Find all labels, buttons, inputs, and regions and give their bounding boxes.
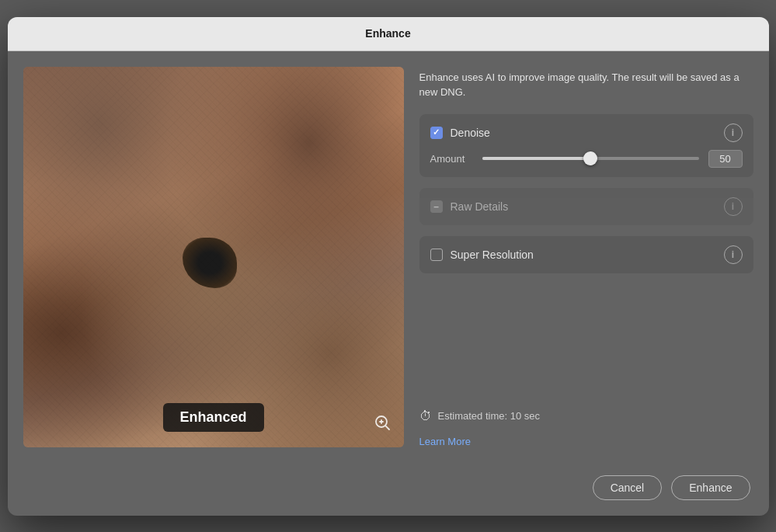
dialog-body: Enhanced Enhance uses AI to improve imag… [8,51,769,463]
preview-container: Enhanced [23,67,404,447]
raw-details-option-header: Raw Details i [430,197,743,216]
dialog-titlebar: Enhance [8,17,769,51]
denoise-option-left: Denoise [430,127,490,139]
raw-details-checkbox[interactable] [430,200,443,213]
super-resolution-option-header: Super Resolution i [430,245,743,264]
super-resolution-option-row: Super Resolution i [419,236,753,273]
super-resolution-label: Super Resolution [451,249,534,261]
raw-details-option-left: Raw Details [430,200,509,213]
denoise-option-row: Denoise i Amount 50 [419,114,753,177]
denoise-option-header: Denoise i [430,123,743,142]
super-resolution-checkbox[interactable] [430,249,443,261]
cancel-button[interactable]: Cancel [593,475,663,500]
denoise-info-button[interactable]: i [724,123,743,142]
enhanced-label: Enhanced [162,403,263,432]
estimated-time: ⏱ Estimated time: 10 sec [419,409,753,423]
spacer [419,284,753,395]
enhance-dialog: Enhance Enhanced Enhance uses AI to impr… [8,17,769,516]
estimated-time-label: Estimated time: 10 sec [438,410,541,422]
zoom-icon[interactable] [373,413,391,435]
preview-image [23,67,404,447]
denoise-label: Denoise [451,127,490,139]
slider-thumb[interactable] [583,151,597,165]
denoise-checkbox[interactable] [430,127,443,139]
raw-details-info-button[interactable]: i [724,197,743,216]
description-text: Enhance uses AI to improve image quality… [419,70,753,100]
super-resolution-info-button[interactable]: i [724,245,743,264]
raw-details-label: Raw Details [451,200,509,213]
enhance-button[interactable]: Enhance [671,475,750,500]
raw-details-option-row: Raw Details i [419,188,753,225]
learn-more-link[interactable]: Learn More [419,436,753,447]
super-resolution-option-left: Super Resolution [430,249,534,261]
timer-icon: ⏱ [419,409,432,423]
slider-fill [482,157,591,160]
amount-value[interactable]: 50 [708,150,743,168]
controls-panel: Enhance uses AI to improve image quality… [419,67,753,447]
amount-slider[interactable] [482,151,699,166]
amount-row: Amount 50 [430,150,743,168]
dialog-footer: Cancel Enhance [8,463,769,516]
svg-line-1 [385,426,388,429]
amount-label: Amount [430,153,473,165]
dialog-title: Enhance [365,27,410,40]
